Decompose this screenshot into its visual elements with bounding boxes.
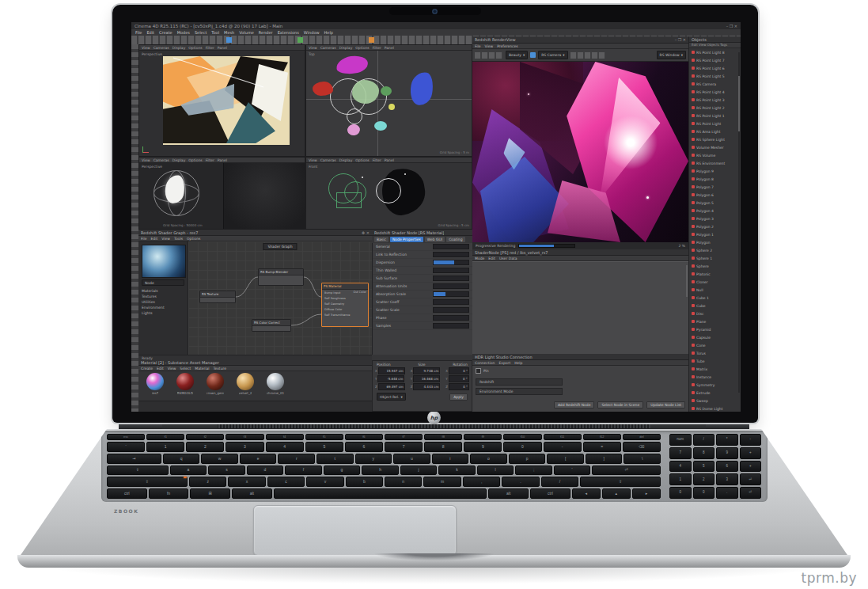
- viewport-menu-item[interactable]: Options: [188, 158, 202, 162]
- object-list-item[interactable]: Pyramid: [689, 325, 741, 333]
- coord-field[interactable]: 4.443 cm: [413, 383, 440, 390]
- keyboard-key[interactable]: [: [547, 454, 584, 464]
- props-row-control[interactable]: [433, 299, 469, 305]
- keyboard-key[interactable]: 3: [226, 442, 263, 452]
- numpad-key[interactable]: 8: [693, 447, 715, 459]
- materials-menu-item[interactable]: Edit: [157, 367, 164, 370]
- object-list-item[interactable]: Sphere: [689, 262, 741, 270]
- keyboard-key[interactable]: \: [624, 454, 661, 464]
- menu-item[interactable]: Window: [304, 30, 320, 35]
- palette-item[interactable]: Environment: [142, 306, 165, 310]
- shader-graph-menu-item[interactable]: Options: [187, 237, 200, 241]
- keyboard-key[interactable]: o: [470, 454, 507, 464]
- numpad-key[interactable]: 9: [716, 447, 738, 459]
- objects-scrollbar-thumb[interactable]: [738, 76, 740, 131]
- materials-menu-item[interactable]: Material: [195, 367, 209, 370]
- toolbar-icon-orange[interactable]: [369, 37, 374, 43]
- viewport-menu-item[interactable]: View: [142, 46, 150, 50]
- coord-field[interactable]: 9.748 cm: [413, 367, 440, 374]
- keyboard-key[interactable]: ;: [515, 466, 552, 476]
- viewport-menu-item[interactable]: Filter: [206, 158, 214, 162]
- renderview-menu-item[interactable]: Preferences: [497, 44, 517, 48]
- keyboard-key[interactable]: d: [247, 466, 284, 476]
- object-list-item[interactable]: Cube 1: [689, 294, 741, 302]
- viewport-menu-item[interactable]: Options: [355, 46, 369, 50]
- object-list-item[interactable]: Polygon 4: [689, 207, 741, 215]
- hdr-field[interactable]: Redshift: [476, 378, 563, 386]
- object-list-item[interactable]: RS Point Light 2: [689, 104, 741, 112]
- node-material-selected[interactable]: PS Material Bump InputSelf RoughnessSelf…: [321, 283, 369, 327]
- object-list-item[interactable]: Matrix: [689, 365, 741, 373]
- renderview-icons-left[interactable]: [475, 52, 503, 59]
- keyboard-key[interactable]: u: [393, 454, 430, 464]
- keyboard-key[interactable]: ◂: [572, 488, 601, 499]
- object-list-item[interactable]: Disc: [689, 310, 741, 317]
- keyboard-key[interactable]: j: [400, 466, 438, 476]
- object-list-item[interactable]: RS Point Light 3: [689, 96, 741, 104]
- coord-field[interactable]: 0 °: [449, 367, 469, 374]
- props-tab[interactable]: Coating: [446, 237, 464, 242]
- menu-item[interactable]: Extensions: [278, 30, 299, 35]
- viewport-menu-item[interactable]: Display: [172, 46, 186, 50]
- object-list-item[interactable]: Polygon: [689, 238, 741, 246]
- viewport-menu-item[interactable]: Filter: [206, 46, 214, 50]
- renderview-icons-mid[interactable]: [570, 52, 605, 59]
- object-list-item[interactable]: Instance: [689, 373, 741, 381]
- renderview-menu-item[interactable]: File: [475, 44, 481, 48]
- keyboard-key[interactable]: .: [502, 477, 539, 487]
- keyboard-key[interactable]: 4: [266, 442, 304, 452]
- keyboard-key[interactable]: esc: [107, 434, 145, 440]
- numpad-key[interactable]: 3: [716, 473, 738, 485]
- numpad-key[interactable]: .: [716, 487, 738, 499]
- keyboard-key[interactable]: s: [208, 466, 245, 476]
- viewport-menu-item[interactable]: View: [309, 46, 317, 50]
- keyboard-key[interactable]: 9: [464, 442, 502, 452]
- object-list-item[interactable]: Polygon 1: [689, 230, 741, 238]
- window-controls[interactable]: – ❐ ✕: [726, 24, 737, 28]
- shader-graph-controls[interactable]: ✥ ✕: [362, 230, 370, 235]
- props-tab[interactable]: Basic: [374, 237, 389, 242]
- viewport-menu-item[interactable]: View: [309, 158, 317, 162]
- keyboard-key[interactable]: c: [267, 477, 305, 487]
- toolbar-icon-blue[interactable]: [226, 37, 232, 43]
- viewport-top[interactable]: ViewCamerasDisplayOptionsFilterPanel Top…: [305, 44, 472, 157]
- keyboard-key[interactable]: ctrl: [107, 488, 147, 499]
- object-list-item[interactable]: RS Point Light 6: [689, 64, 741, 72]
- object-list-item[interactable]: RS Point Light 4: [689, 88, 741, 96]
- keyboard-key[interactable]: 7: [385, 442, 423, 452]
- node-color-correct[interactable]: RS Color Correct: [252, 319, 291, 332]
- menu-item[interactable]: Select: [195, 30, 207, 35]
- objects-scrollbar-track[interactable]: [738, 52, 740, 393]
- viewport-menu-item[interactable]: Filter: [373, 46, 381, 50]
- props-row-control[interactable]: [433, 323, 469, 329]
- object-list-item[interactable]: Plane: [689, 317, 741, 325]
- keyboard-key[interactable]: m: [423, 477, 461, 487]
- keyboard-key[interactable]: ⇥: [107, 454, 161, 464]
- keyboard-key[interactable]: ,: [463, 477, 500, 487]
- material-thumb[interactable]: RSMGOLD: [172, 373, 199, 399]
- keyboard-key[interactable]: q: [163, 454, 200, 464]
- props-row-control[interactable]: [433, 291, 469, 297]
- node-texture[interactable]: RS Texture: [199, 291, 236, 303]
- hdr-menu-item[interactable]: Help: [514, 361, 522, 365]
- object-list-item[interactable]: RS Dome Light: [689, 405, 741, 412]
- shader-graph-menu-item[interactable]: File: [141, 237, 147, 241]
- object-list-item[interactable]: RS Point Light 7: [689, 56, 741, 64]
- keyboard-key[interactable]: ': [554, 466, 591, 476]
- menu-item[interactable]: Mesh: [224, 30, 234, 35]
- materials-menu-item[interactable]: View: [168, 367, 176, 370]
- numpad-key[interactable]: 6: [716, 461, 738, 473]
- viewport-menu-item[interactable]: View: [142, 158, 150, 162]
- object-list-item[interactable]: RS Point Light 1: [689, 112, 741, 120]
- keyboard-key[interactable]: =: [583, 442, 621, 452]
- keyboard-key[interactable]: f11: [544, 434, 582, 440]
- props-row[interactable]: Thin Walled: [373, 267, 472, 275]
- keyboard-key[interactable]: ⇪: [107, 466, 169, 476]
- shader-graph-menu-item[interactable]: Edit: [151, 237, 158, 241]
- props-row[interactable]: General: [373, 243, 472, 251]
- object-list-item[interactable]: RS Sphere Light: [689, 135, 741, 143]
- objects-panel-menu[interactable]: Edit View Objects Tags: [689, 43, 741, 48]
- viewport-menu-item[interactable]: Cameras: [320, 46, 336, 50]
- materials-menu-item[interactable]: Select: [180, 367, 191, 370]
- menu-item[interactable]: Volume: [239, 30, 254, 35]
